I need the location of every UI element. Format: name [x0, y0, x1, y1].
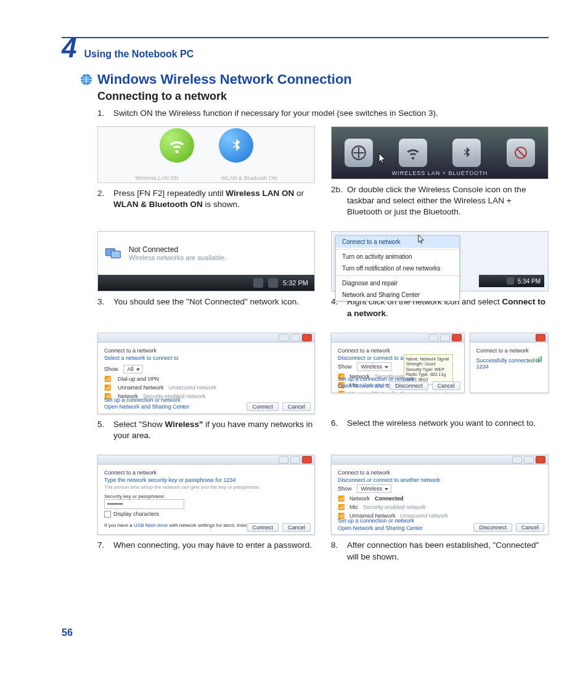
- link-setup[interactable]: Set up a connection or network: [338, 518, 423, 525]
- wifi-icon: [160, 128, 194, 163]
- figure-connected: Connect to a network Disconnect or conne…: [331, 455, 549, 535]
- figure-wlan-icons: Wireless LAN ON WLAN & Bluetooth ON: [97, 126, 315, 183]
- cursor-icon: [378, 153, 387, 164]
- figure-enter-password: Connect to a network Type the network se…: [97, 455, 315, 535]
- step-1: 1. Switch ON the Wireless function if ne…: [97, 108, 549, 119]
- section-subtitle: Connecting to a network: [97, 90, 549, 103]
- console-bar-label: WIRELESS LAN + BLUETOOTH: [332, 170, 548, 176]
- passphrase-input[interactable]: ••••••••: [104, 499, 184, 509]
- close-icon[interactable]: [536, 456, 545, 463]
- console-net-icon: [345, 139, 373, 167]
- globe-icon: [80, 73, 92, 86]
- show-select[interactable]: Wireless: [357, 362, 392, 371]
- cancel-button[interactable]: Cancel: [282, 523, 311, 532]
- menu-item-diagnose[interactable]: Diagnose and repair: [336, 277, 459, 289]
- close-icon[interactable]: [536, 334, 545, 341]
- close-icon[interactable]: [302, 456, 312, 463]
- menu-item-sharing[interactable]: Network and Sharing Center: [336, 289, 459, 301]
- not-connected-msg: Wireless networks are available.: [129, 254, 226, 261]
- usb-link[interactable]: USB flash drive: [134, 523, 168, 528]
- step-2b: 2b. Or double click the Wireless Console…: [331, 184, 549, 218]
- dialog-header: Connect to a network: [104, 348, 157, 354]
- figure-wireless-console: WIRELESS LAN + BLUETOOTH: [331, 126, 549, 179]
- disconnect-button[interactable]: Disconnect: [473, 523, 512, 532]
- link-sharing[interactable]: Open Network and Sharing Center: [104, 404, 189, 411]
- svg-rect-7: [538, 357, 539, 362]
- figure-context-menu: Connect to a network Turn on activity an…: [331, 231, 549, 291]
- show-select[interactable]: Wireless: [357, 484, 392, 493]
- chapter-title: Using the Notebook PC: [84, 49, 194, 60]
- chapter-number: 4: [62, 36, 76, 60]
- tray-icon: [268, 278, 278, 288]
- tray-icon: [507, 277, 514, 285]
- link-sharing[interactable]: Open Network and Sharing Center: [338, 525, 423, 532]
- svg-rect-5: [533, 360, 534, 362]
- tray-icon: [253, 278, 263, 288]
- console-off-icon: [507, 139, 535, 167]
- step-5: 5. Select "Show Wireless" if you have ma…: [97, 419, 315, 441]
- network-context-menu: Connect to a network Turn on activity an…: [335, 235, 460, 301]
- figure-select-network: Connect to a network Disconnect or conne…: [331, 333, 465, 393]
- menu-item-connect[interactable]: Connect to a network: [336, 236, 459, 248]
- svg-rect-4: [111, 251, 120, 258]
- figure-success: Connect to a network Successfully connec…: [470, 333, 549, 393]
- tray-time: 5:32 PM: [283, 279, 308, 287]
- dialog-prompt: Select a network to connect to: [104, 355, 308, 361]
- close-icon[interactable]: [452, 334, 462, 341]
- monitors-icon: [104, 244, 123, 262]
- step-2: 2. Press [FN F2] repeatedly until Wirele…: [97, 188, 315, 210]
- section-title: Windows Wireless Network Connection: [97, 71, 352, 88]
- step-3: 3. You should see the "Not Connected" ne…: [97, 296, 315, 307]
- menu-item-activity[interactable]: Turn on activity animation: [336, 251, 459, 262]
- svg-rect-6: [536, 359, 537, 362]
- link-setup[interactable]: Set up a connection or network: [104, 397, 189, 404]
- cursor-icon: [418, 234, 425, 244]
- tray-time: 5:34 PM: [518, 278, 541, 285]
- connect-button[interactable]: Connect: [247, 523, 279, 532]
- connect-button[interactable]: Connect: [247, 402, 279, 411]
- caption-wlan-bt-on: WLAN & Bluetooth ON: [221, 175, 277, 181]
- close-icon[interactable]: [302, 334, 312, 341]
- step-8: 8. After connection has been established…: [331, 540, 549, 562]
- bluetooth-icon: [219, 128, 253, 163]
- cancel-button[interactable]: Cancel: [432, 381, 460, 390]
- step-7: 7. When connecting, you may have to ente…: [97, 540, 315, 551]
- step-6: 6. Select the wireless network you want …: [331, 418, 549, 429]
- console-bt-icon: [452, 139, 481, 167]
- caption-wlan-on: Wireless LAN ON: [136, 175, 179, 181]
- not-connected-title: Not Connected: [129, 245, 226, 254]
- chapter-header: 4 Using the Notebook PC: [62, 37, 549, 60]
- figure-not-connected: Not Connected Wireless networks are avai…: [97, 231, 315, 291]
- svg-rect-8: [541, 356, 542, 362]
- cancel-button[interactable]: Cancel: [516, 523, 544, 532]
- success-msg: Successfully connected to 1234: [476, 357, 542, 370]
- figure-show-wireless: Connect to a network Select a network to…: [97, 333, 315, 414]
- cancel-button[interactable]: Cancel: [282, 402, 311, 411]
- display-chars-checkbox[interactable]: [104, 511, 111, 518]
- disconnect-button[interactable]: Disconnect: [390, 381, 428, 390]
- console-wifi-icon: [399, 139, 427, 167]
- menu-item-notif[interactable]: Turn off notification of new networks: [336, 262, 459, 274]
- show-select[interactable]: All: [123, 365, 143, 373]
- page-number: 56: [62, 627, 73, 638]
